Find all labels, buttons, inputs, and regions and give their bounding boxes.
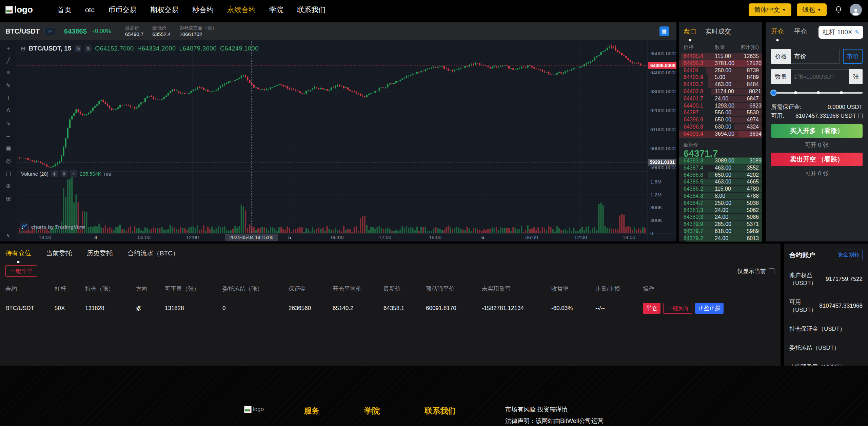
chevron-down-icon[interactable]: ∨: [4, 231, 13, 239]
gear-icon[interactable]: ⚙: [61, 170, 67, 177]
lock-icon[interactable]: ▢: [4, 170, 13, 177]
ob-cum: 5038: [732, 200, 759, 207]
orderbook-row[interactable]: 64401.724.006847: [679, 95, 762, 102]
orderbook-row[interactable]: 64386.5463.004665: [679, 178, 762, 186]
brush-icon[interactable]: ✎: [4, 82, 13, 89]
site-logo[interactable]: logo: [5, 4, 33, 15]
zoom-in-icon[interactable]: ⊕: [4, 182, 13, 190]
tp-sl-button[interactable]: 止盈止损: [695, 303, 724, 314]
price-input[interactable]: 市价: [791, 49, 840, 64]
pair-switch-button[interactable]: ⇌: [44, 27, 55, 35]
pane-icon[interactable]: ▣: [4, 144, 13, 152]
ob-price: 64379.2: [684, 235, 715, 242]
tradingview-watermark[interactable]: charts by TradingView: [20, 222, 85, 231]
orderbook-row[interactable]: 64403.2463.008484: [679, 81, 762, 88]
chart-layout-button[interactable]: ▦: [659, 26, 669, 36]
orderbook-row[interactable]: 64397556.005530: [679, 109, 762, 116]
orderbook-row[interactable]: 64379.224.006013: [679, 235, 762, 242]
chart-symbol: BTC/USDT, 15: [29, 45, 72, 52]
orderbook-col-header: 价格: [684, 44, 715, 51]
slider-thumb[interactable]: [770, 90, 777, 96]
orderbook-row[interactable]: 64387.4463.003552: [679, 164, 762, 172]
tab-持有仓位[interactable]: 持有仓位: [5, 249, 31, 261]
orderbook-row[interactable]: 64400.11293.006823: [679, 102, 762, 110]
measure-icon[interactable]: ⊞: [4, 195, 13, 202]
quantity-slider[interactable]: [771, 90, 863, 96]
tradingview-chart[interactable]: 65000.000064000.000063000.000062000.0000…: [0, 40, 676, 241]
wave-icon[interactable]: ∿: [4, 119, 13, 127]
nav-item-期权交易[interactable]: 期权交易: [150, 5, 179, 15]
orderbook-row[interactable]: 64403.95.008489: [679, 74, 762, 81]
wallet-button[interactable]: 钱包▼: [797, 3, 827, 16]
orderbook-row[interactable]: 64381.324.005062: [679, 207, 762, 214]
col-header: 合约: [5, 285, 55, 293]
user-avatar[interactable]: [850, 4, 862, 16]
magnet-icon[interactable]: ◎: [4, 157, 13, 164]
footer-column-title[interactable]: 联系我们: [425, 406, 456, 416]
text-tool-icon[interactable]: T: [4, 94, 13, 102]
close-position-button[interactable]: 平仓: [643, 303, 660, 314]
footer-column-title[interactable]: 学院: [364, 406, 380, 416]
footer-column-title[interactable]: 服务: [304, 406, 319, 416]
orderbook-row[interactable]: 64396.8630.004324: [679, 123, 762, 131]
leverage-button[interactable]: 杠杆 100X ✎: [818, 26, 863, 39]
only-current-checkbox[interactable]: [769, 268, 774, 274]
nav-item-学院[interactable]: 学院: [269, 5, 283, 15]
orderbook-row[interactable]: 64404250.008739: [679, 67, 762, 74]
arrow-left-icon[interactable]: ←: [4, 132, 13, 139]
svg-text:4: 4: [94, 234, 97, 240]
close-icon[interactable]: ×: [70, 170, 77, 177]
tab-平仓[interactable]: 平仓: [794, 27, 807, 39]
eye-icon[interactable]: ◎: [75, 45, 81, 52]
orderbook-row[interactable]: 64393.43694.003694: [679, 131, 762, 138]
tab-盘口[interactable]: 盘口: [684, 27, 696, 39]
orderbook-row[interactable]: 64384.88.004788: [679, 193, 762, 200]
legend-collapse-icon[interactable]: ⊟: [21, 45, 25, 52]
tab-开仓[interactable]: 开仓: [771, 27, 784, 39]
fib-lines-icon[interactable]: ≡: [4, 69, 13, 77]
crosshair-icon[interactable]: ＋: [4, 44, 13, 52]
buy-long-button[interactable]: 买入开多 （看涨）: [771, 124, 863, 138]
eye-icon[interactable]: ◎: [51, 170, 58, 177]
slider-dot[interactable]: [840, 91, 843, 94]
orderbook-row[interactable]: 64380.324.005086: [679, 214, 762, 221]
orderbook-row[interactable]: 64386.8650.004202: [679, 172, 762, 179]
orderbook-row[interactable]: 64384.7250.005038: [679, 200, 762, 207]
trend-line-icon[interactable]: ╱: [4, 57, 13, 64]
tab-历史委托[interactable]: 历史委托: [87, 249, 113, 261]
slider-dot[interactable]: [817, 91, 820, 94]
nav-item-otc[interactable]: otc: [85, 6, 95, 14]
market-price-button[interactable]: 市价: [843, 49, 863, 64]
tab-实时成交[interactable]: 实时成交: [705, 27, 731, 39]
pattern-icon[interactable]: ∆: [4, 107, 13, 114]
nav-item-永续合约[interactable]: 永续合约: [227, 5, 256, 15]
orderbook-row[interactable]: 64402.81174.008021: [679, 88, 762, 95]
orderbook-row[interactable]: 64405.4115.0012635: [679, 53, 762, 60]
gear-icon[interactable]: ⚙: [85, 45, 92, 52]
tab-当前委托[interactable]: 当前委托: [46, 249, 72, 261]
orderbook-row[interactable]: 64379.7618.005989: [679, 228, 762, 235]
fund-transfer-link[interactable]: 资金划转: [835, 250, 863, 260]
orderbook-row[interactable]: 64396.9650.004974: [679, 116, 762, 123]
orderbook-row[interactable]: 64386.2115.004780: [679, 186, 762, 193]
close-all-button[interactable]: 一键全平: [5, 265, 37, 277]
language-button[interactable]: 简体中文▼: [749, 3, 791, 16]
ob-price: 64386.2: [684, 186, 715, 193]
sell-short-button[interactable]: 卖出开空 （看跌）: [771, 153, 863, 166]
nav-item-首页[interactable]: 首页: [57, 5, 72, 15]
transfer-icon[interactable]: [858, 114, 863, 118]
ob-price: 64379.7: [684, 228, 715, 235]
nav-item-币币交易[interactable]: 币币交易: [108, 5, 137, 15]
notification-bell-icon[interactable]: [834, 5, 843, 14]
orderbook-row[interactable]: 64393.33089.003089: [679, 157, 762, 164]
quantity-input[interactable]: 1张≈1000USDT: [791, 69, 849, 84]
reverse-position-button[interactable]: 一键反向: [663, 303, 692, 314]
orderbook-row[interactable]: 64405.33781.0012520: [679, 60, 762, 67]
nav-item-秒合约[interactable]: 秒合约: [192, 5, 214, 15]
slider-dot[interactable]: [794, 91, 797, 94]
orderbook-row[interactable]: 64379.9285.005371: [679, 221, 762, 228]
candlestick-chart[interactable]: 65000.000064000.000063000.000062000.0000…: [0, 40, 676, 241]
tab-合约流水（BTC）[interactable]: 合约流水（BTC）: [127, 249, 179, 261]
nav-item-联系我们[interactable]: 联系我们: [297, 5, 326, 15]
buy-can-open-hint: 可开 0 张: [771, 141, 863, 149]
